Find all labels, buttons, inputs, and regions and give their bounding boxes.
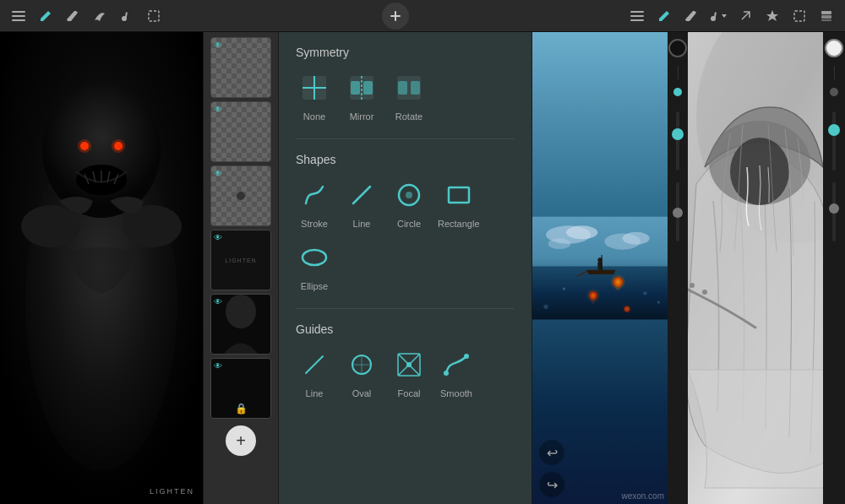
- left-tool-section: [7, 4, 166, 28]
- layer-item-1[interactable]: 👁: [210, 37, 271, 98]
- layer-visibility-5[interactable]: 👁: [214, 297, 222, 306]
- shape-rectangle-label: Rectangle: [438, 219, 480, 229]
- right-selection-icon[interactable]: [788, 4, 811, 28]
- right-brush-dropdown[interactable]: [706, 4, 730, 28]
- layer-item-5[interactable]: 👁: [210, 294, 271, 355]
- slider-1-handle[interactable]: [672, 128, 684, 140]
- undo-redo-controls: ↩ ↪: [539, 440, 564, 497]
- tools-panel: Symmetry None: [279, 32, 532, 504]
- right-pencil-icon[interactable]: [652, 4, 676, 28]
- symmetry-mirror[interactable]: Mirror: [343, 69, 380, 122]
- svg-point-28: [226, 295, 256, 328]
- guide-focal-label: Focal: [398, 388, 421, 398]
- layer-visibility-2[interactable]: 👁: [214, 105, 222, 114]
- symmetry-rotate-label: Rotate: [395, 111, 422, 122]
- right-accent-dot[interactable]: [830, 88, 838, 96]
- shape-ellipse-label: Ellipse: [301, 281, 328, 291]
- guides-options: Line Oval: [296, 346, 515, 398]
- svg-point-62: [623, 232, 650, 245]
- guides-section-title: Guides: [296, 322, 515, 336]
- layer-item-6[interactable]: 🔒 👁: [210, 358, 271, 419]
- symmetry-none-label: None: [303, 111, 325, 122]
- slider-2-handle[interactable]: [673, 208, 683, 218]
- left-canvas-image: LighteN: [0, 32, 203, 504]
- accent-dot[interactable]: [673, 88, 682, 96]
- svg-point-54: [444, 371, 449, 376]
- svg-point-79: [643, 291, 646, 295]
- shape-line[interactable]: Line: [343, 176, 380, 229]
- layer-visibility-3[interactable]: 👁: [214, 169, 222, 178]
- layer-item-3[interactable]: 👁: [210, 165, 271, 226]
- layer-item-4[interactable]: LIGHTEN 👁: [210, 230, 271, 290]
- svg-rect-8: [630, 11, 644, 13]
- svg-point-80: [543, 305, 548, 309]
- shapes-divider: [296, 138, 515, 139]
- color-selector-black[interactable]: [668, 39, 687, 57]
- right-tool-section: [625, 4, 838, 28]
- guide-smooth-label: Smooth: [440, 388, 472, 398]
- symmetry-rotate[interactable]: Rotate: [390, 69, 428, 122]
- add-layer-button[interactable]: [382, 3, 409, 30]
- svg-rect-0: [12, 11, 25, 13]
- guide-oval[interactable]: Oval: [343, 346, 380, 398]
- layer-visibility-1[interactable]: 👁: [214, 41, 222, 50]
- pencil-icon[interactable]: [34, 4, 57, 28]
- shape-ellipse[interactable]: Ellipse: [296, 239, 333, 291]
- layer-item-2[interactable]: 👁: [210, 101, 271, 162]
- guide-focal[interactable]: Focal: [390, 346, 428, 398]
- layer-visibility-4[interactable]: 👁: [214, 233, 222, 242]
- right-slider-2[interactable]: [832, 182, 836, 241]
- shape-circle[interactable]: Circle: [390, 176, 428, 229]
- layer-visibility-6[interactable]: 👁: [214, 361, 222, 371]
- guide-smooth[interactable]: Smooth: [438, 346, 475, 398]
- svg-point-41: [406, 192, 412, 198]
- svg-point-53: [406, 362, 412, 367]
- right-smudge-icon[interactable]: [733, 4, 757, 28]
- svg-rect-37: [398, 81, 407, 95]
- svg-point-43: [303, 250, 326, 265]
- svg-point-92: [702, 290, 707, 295]
- shape-stroke[interactable]: Stroke: [296, 176, 333, 229]
- svg-point-82: [615, 278, 620, 291]
- right-fx-icon[interactable]: [760, 4, 784, 28]
- shape-rectangle[interactable]: Rectangle: [438, 176, 480, 229]
- svg-rect-10: [630, 19, 644, 21]
- slider-2[interactable]: [676, 182, 679, 241]
- svg-point-83: [591, 293, 595, 304]
- right-slider-2-handle[interactable]: [829, 203, 839, 214]
- svg-rect-9: [630, 15, 644, 17]
- svg-point-63: [548, 238, 571, 249]
- svg-point-55: [464, 354, 469, 359]
- main-content: LighteN 👁 👁 👁 LIGHTEN 👁: [0, 32, 845, 504]
- guide-line-label: Line: [306, 388, 324, 398]
- brush-icon[interactable]: [115, 4, 139, 28]
- undo-button[interactable]: ↩: [539, 440, 564, 465]
- color-sep: [678, 66, 679, 79]
- right-slider-1-handle[interactable]: [828, 124, 840, 136]
- center-toolbar: [171, 3, 620, 30]
- shape-stroke-label: Stroke: [301, 219, 328, 229]
- menu-icon[interactable]: [7, 4, 30, 28]
- svg-rect-33: [351, 81, 360, 95]
- svg-point-91: [690, 283, 695, 288]
- selection-icon[interactable]: [142, 4, 166, 28]
- symmetry-section-title: Symmetry: [296, 46, 515, 59]
- right-slider-1[interactable]: [832, 111, 836, 171]
- add-layer-button[interactable]: +: [226, 425, 256, 456]
- svg-rect-4: [125, 12, 128, 18]
- guide-line[interactable]: Line: [296, 346, 333, 398]
- color-selector-white[interactable]: [825, 39, 843, 57]
- lighten-layer-label: LIGHTEN: [225, 257, 256, 263]
- symmetry-none[interactable]: None: [296, 69, 333, 122]
- svg-point-87: [730, 138, 789, 205]
- eraser-icon[interactable]: [61, 4, 84, 28]
- redo-button[interactable]: ↪: [539, 472, 564, 497]
- slider-1[interactable]: [676, 111, 679, 171]
- smudge-icon[interactable]: [88, 4, 112, 28]
- right-layers-icon[interactable]: [815, 4, 838, 28]
- left-canvas: LighteN: [0, 32, 203, 504]
- right-eraser-icon[interactable]: [679, 4, 703, 28]
- right-menu-icon[interactable]: [625, 4, 649, 28]
- svg-point-78: [563, 287, 565, 290]
- canvas-art: ↩ ↪ wexon.com: [532, 32, 668, 504]
